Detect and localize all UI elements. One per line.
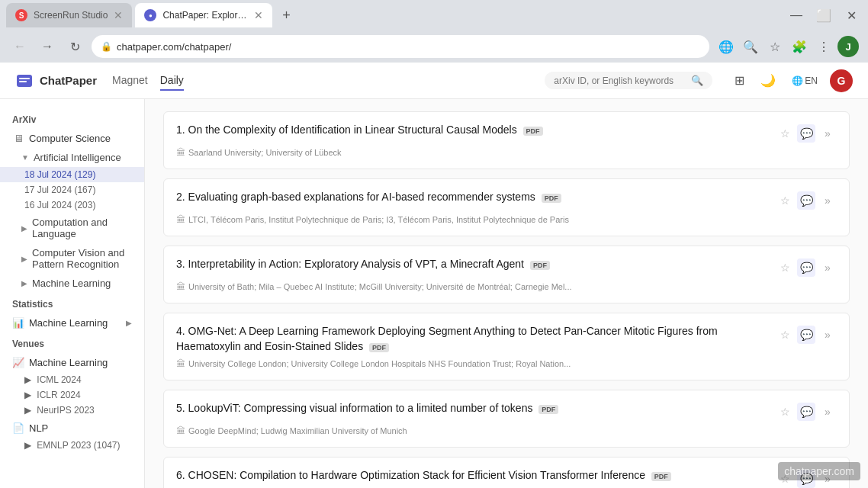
- star-button[interactable]: ☆: [776, 326, 794, 344]
- paper-title-link[interactable]: 4. OMG-Net: A Deep Learning Framework De…: [176, 325, 718, 352]
- paper-title: 4. OMG-Net: A Deep Learning Framework De…: [176, 324, 770, 354]
- bookmark-button[interactable]: ☆: [764, 36, 786, 57]
- sidebar-icml2024[interactable]: ▶ ICML 2024: [0, 372, 144, 387]
- sidebar-date-jul16[interactable]: 16 Jul 2024 (203): [0, 197, 144, 213]
- sidebar-item-nlp[interactable]: 📄 NLP: [0, 418, 144, 438]
- sidebar-iclr2024[interactable]: ▶ ICLR 2024: [0, 387, 144, 403]
- paper-title-link[interactable]: 6. CHOSEN: Compilation to Hardware Optim…: [176, 469, 645, 481]
- tab-screenrun[interactable]: S ScreenRun Studio ✕: [6, 3, 132, 27]
- restore-button[interactable]: ⬜: [813, 5, 834, 26]
- pdf-badge: PDF: [651, 472, 671, 481]
- chat-button[interactable]: 💬: [797, 258, 815, 277]
- chat-button[interactable]: 💬: [797, 191, 815, 210]
- menu-button[interactable]: ⋮: [813, 36, 834, 57]
- stats-ml-arrow-icon: ▶: [126, 319, 132, 327]
- dark-mode-button[interactable]: 🌙: [757, 69, 780, 92]
- more-button[interactable]: »: [818, 470, 837, 488]
- paper-title-row: 4. OMG-Net: A Deep Learning Framework De…: [176, 324, 837, 354]
- chat-button[interactable]: 💬: [797, 470, 815, 488]
- paper-title-link[interactable]: 1. On the Complexity of Identification i…: [176, 124, 517, 136]
- reload-button[interactable]: ↻: [64, 36, 85, 57]
- paper-actions: ☆ 💬 »: [776, 326, 837, 344]
- user-avatar[interactable]: G: [830, 69, 853, 92]
- sidebar-date-jul18[interactable]: 18 Jul 2024 (129): [0, 167, 144, 182]
- language-button[interactable]: 🌐 EN: [786, 72, 824, 89]
- header-actions: ⊞ 🌙 🌐 EN G: [728, 69, 853, 92]
- chat-button[interactable]: 💬: [797, 403, 815, 421]
- chatpaper-tab-close[interactable]: ✕: [254, 10, 263, 21]
- paper-title-row: 1. On the Complexity of Identification i…: [176, 123, 837, 143]
- sidebar-neurips2023[interactable]: ▶ NeurIPS 2023: [0, 403, 144, 418]
- grid-icon-button[interactable]: ⊞: [728, 69, 751, 92]
- star-button[interactable]: ☆: [776, 470, 794, 488]
- translate-button[interactable]: 🌐: [715, 36, 737, 57]
- ai-arrow-icon: ▼: [21, 153, 29, 162]
- sidebar-item-cv[interactable]: ▶ Computer Vision and Pattern Recognitio…: [0, 243, 144, 274]
- address-bar: ← → ↻ 🔒 chatpaper.com/chatpaper/ 🌐 🔍 ☆ 🧩…: [0, 30, 868, 63]
- paper-title-link[interactable]: 2. Evaluating graph-based explanations f…: [176, 191, 535, 203]
- tab-bar: S ScreenRun Studio ✕ ● ChatPaper: Explor…: [0, 0, 868, 30]
- tab-chatpaper[interactable]: ● ChatPaper: Explore and AI C... ✕: [135, 3, 272, 27]
- sidebar-date-jul17[interactable]: 17 Jul 2024 (167): [0, 182, 144, 197]
- tab-magnet[interactable]: Magnet: [112, 71, 148, 91]
- url-bar[interactable]: 🔒 chatpaper.com/chatpaper/: [92, 35, 709, 58]
- profile-button[interactable]: J: [837, 36, 859, 57]
- search-input[interactable]: [554, 75, 686, 86]
- sidebar-item-ml-cs[interactable]: ▶ Machine Learning: [0, 274, 144, 293]
- more-button[interactable]: »: [818, 403, 837, 421]
- star-button[interactable]: ☆: [776, 124, 794, 143]
- zoom-button[interactable]: 🔍: [740, 36, 761, 57]
- star-button[interactable]: ☆: [776, 258, 794, 277]
- sidebar-nlp-label: NLP: [29, 422, 48, 434]
- sidebar-item-stats[interactable]: 📊 Machine Learning ▶: [0, 313, 144, 332]
- screenrun-tab-close[interactable]: ✕: [114, 10, 123, 21]
- affiliation-text: University of Bath; Mila – Quebec AI Ins…: [188, 282, 572, 291]
- pdf-badge: PDF: [530, 261, 550, 270]
- minimize-button[interactable]: —: [786, 5, 807, 26]
- sidebar-item-computer-science[interactable]: 🖥 Computer Science: [0, 128, 144, 148]
- nav-tabs: Magnet Daily: [112, 71, 184, 91]
- chat-button[interactable]: 💬: [797, 326, 815, 344]
- close-button[interactable]: ✕: [841, 5, 862, 26]
- more-button[interactable]: »: [818, 191, 837, 210]
- statistics-label: Statistics: [0, 293, 144, 313]
- affiliation-text: University College London; University Co…: [188, 359, 571, 368]
- more-button[interactable]: »: [818, 326, 837, 344]
- browser-chrome: S ScreenRun Studio ✕ ● ChatPaper: Explor…: [0, 0, 868, 488]
- institution-icon: 🏛: [176, 214, 185, 225]
- venues-ml-icon: 📈: [12, 356, 24, 368]
- sidebar-item-ai[interactable]: ▼ Artificial Intelligence: [0, 148, 144, 167]
- sidebar-item-venues-ml[interactable]: 📈 Machine Learning: [0, 352, 144, 372]
- new-tab-button[interactable]: +: [275, 5, 297, 26]
- nlp-icon: 📄: [12, 422, 24, 434]
- back-button[interactable]: ←: [9, 36, 31, 57]
- paper-title-link[interactable]: 3. Interpretability in Action: Explorato…: [176, 258, 524, 270]
- more-button[interactable]: »: [818, 258, 837, 277]
- stats-icon: 📊: [12, 316, 24, 329]
- chat-button[interactable]: 💬: [797, 124, 815, 143]
- computer-science-icon: 🖥: [12, 132, 24, 144]
- sidebar-emnlp2023[interactable]: ▶ EMNLP 2023 (1047): [0, 438, 144, 453]
- cv-arrow-icon: ▶: [21, 255, 27, 263]
- affiliation-text: Saarland University; University of Lübec…: [188, 148, 342, 157]
- affiliation-text: Google DeepMind; Ludwig Maximilian Unive…: [188, 426, 407, 435]
- sidebar-item-computation-language[interactable]: ▶ Computation and Language: [0, 213, 144, 243]
- app-header: ChatPaper Magnet Daily 🔍 ⊞ 🌙 🌐 EN G: [0, 63, 868, 99]
- paper-item: 2. Evaluating graph-based explanations f…: [163, 178, 850, 236]
- pdf-badge: PDF: [369, 343, 389, 352]
- chatpaper-tab-title: ChatPaper: Explore and AI C...: [162, 10, 248, 21]
- forward-button[interactable]: →: [37, 36, 58, 57]
- star-button[interactable]: ☆: [776, 191, 794, 210]
- star-button[interactable]: ☆: [776, 403, 794, 421]
- paper-item: 3. Interpretability in Action: Explorato…: [163, 246, 850, 303]
- search-area: 🔍: [545, 72, 712, 89]
- tab-daily[interactable]: Daily: [160, 71, 184, 91]
- paper-actions: ☆ 💬 »: [776, 470, 837, 488]
- paper-title-link[interactable]: 5. LookupViT: Compressing visual informa…: [176, 402, 532, 414]
- sidebar-cv-label: Computer Vision and Pattern Recognition: [32, 247, 132, 270]
- paper-item: 6. CHOSEN: Compilation to Hardware Optim…: [163, 457, 850, 488]
- more-button[interactable]: »: [818, 124, 837, 143]
- search-box[interactable]: 🔍: [545, 72, 712, 89]
- extensions-button[interactable]: 🧩: [789, 36, 810, 57]
- paper-title-row: 5. LookupViT: Compressing visual informa…: [176, 401, 837, 421]
